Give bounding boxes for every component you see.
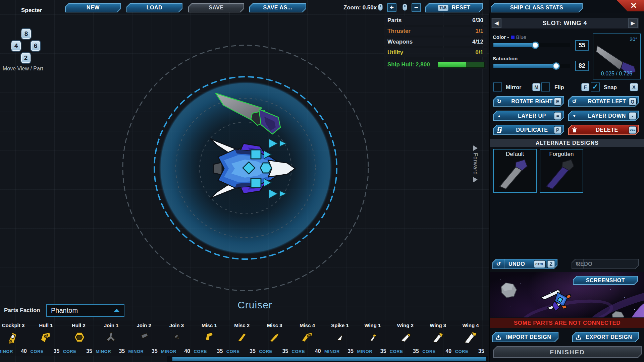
load-button[interactable]: LOAD: [126, 3, 182, 12]
color-slider[interactable]: [493, 43, 570, 47]
redo-button[interactable]: ↻ REDO: [572, 259, 639, 269]
part-name: Misc 2: [226, 322, 258, 328]
palette-part-cell[interactable]: Wing 1 MINOR 35: [356, 322, 389, 355]
design-canvas[interactable]: Specter NEW LOAD SAVE SAVE AS... Zoom: 0…: [0, 0, 489, 362]
new-button[interactable]: NEW: [65, 3, 121, 12]
hull-progress-fill: [438, 62, 466, 67]
undo-button[interactable]: ↺ UNDO CTRL Z: [492, 259, 557, 269]
color-swatch: [511, 35, 515, 40]
part-name: Hull 1: [30, 322, 62, 328]
part-cost: 35: [478, 348, 484, 354]
palette-part-cell[interactable]: Wing 2 CORE 35: [389, 322, 422, 355]
part-name: Wing 4: [454, 322, 487, 328]
duplicate-icon: [494, 125, 505, 134]
ship-screenshot-preview: SCREENSHOT: [490, 272, 644, 317]
rotate-right-key-icon: E: [554, 98, 561, 105]
color-value-box[interactable]: 55: [575, 40, 589, 51]
layer-up-button[interactable]: ▲ LAYER UP =: [493, 111, 564, 121]
part-type: MINOR: [96, 349, 111, 354]
save-as-button[interactable]: SAVE AS...: [249, 3, 306, 12]
prev-slot-button[interactable]: ◀: [492, 18, 501, 28]
rotate-right-button[interactable]: ↻ ROTATE RIGHT E: [493, 96, 564, 107]
mirror-checkbox[interactable]: [493, 82, 502, 92]
tab-key-icon: TAB: [438, 5, 448, 11]
warning-banner: SOME PARTS ARE NOT CONNECTED: [490, 318, 644, 328]
snap-key-icon: X: [630, 83, 638, 91]
chevron-up-icon: [114, 309, 120, 312]
color-slider-knob[interactable]: [532, 42, 539, 49]
palette-scrollbar-thumb[interactable]: [172, 357, 486, 361]
saturation-slider-knob[interactable]: [552, 62, 560, 70]
next-slot-button[interactable]: ▶: [628, 18, 638, 28]
ship-hull-row: Ship Hull: 2,800: [384, 60, 487, 69]
palette-part-cell[interactable]: Spike 1 MINOR 35: [324, 322, 356, 355]
forward-arrow-icon: [473, 145, 478, 151]
rotate-counterclockwise-icon: ↺: [569, 97, 580, 106]
zoom-in-button[interactable]: +: [387, 3, 396, 12]
snap-label: Snap: [604, 84, 617, 90]
palette-part-cell[interactable]: Misc 2 CORE 35: [226, 322, 258, 355]
palette-part-cell[interactable]: Join 3 MINOR 40: [160, 322, 193, 355]
part-cost: 40: [21, 348, 27, 354]
delete-button[interactable]: DELETE DEL: [568, 125, 639, 135]
palette-part-cell[interactable]: Join 1 MINOR 35: [95, 322, 127, 355]
part-name: Join 3: [160, 322, 193, 328]
ship-class-stats-button[interactable]: SHIP CLASS STATS: [491, 3, 583, 12]
parts-faction-dropdown[interactable]: Phantom: [46, 304, 124, 317]
part-type: CORE: [63, 349, 76, 354]
ship-stats-panel: Parts6/30 Thruster1/1 Weapons4/12 Utilit…: [384, 16, 487, 87]
part-name: Misc 4: [291, 322, 324, 328]
palette-part-cell[interactable]: Misc 4 CORE 40: [291, 322, 324, 355]
finished-button[interactable]: FINISHED: [493, 346, 642, 358]
import-design-button[interactable]: IMPORT DESIGN: [492, 332, 558, 342]
parts-faction-label: Parts Faction: [4, 307, 40, 314]
triangle-up-icon: ▲: [494, 111, 505, 120]
part-offset-value: 0.025 / 0.725: [593, 71, 640, 77]
part-icon: [365, 330, 380, 345]
palette-part-cell[interactable]: Hull 2 CORE 35: [62, 322, 95, 355]
alt-design-forgotten[interactable]: Forgotten: [540, 149, 583, 193]
palette-part-cell[interactable]: Cockpit 3 MINOR 40: [0, 322, 30, 355]
ctrl-key-icon: CTRL: [534, 260, 545, 268]
palette-part-cell[interactable]: Hull 1 CORE 35: [30, 322, 62, 355]
part-cost: 35: [380, 348, 386, 354]
saturation-value-box[interactable]: 82: [575, 61, 589, 71]
reset-view-button[interactable]: TAB RESET: [425, 3, 483, 12]
mirror-key-icon: M: [532, 83, 540, 91]
alt-design-default[interactable]: Default: [493, 149, 537, 193]
part-preview-box: 20° 0.025 / 0.725: [593, 34, 641, 79]
snap-checkbox[interactable]: ✓: [591, 82, 600, 92]
export-design-button[interactable]: EXPORT DESIGN: [572, 332, 639, 342]
part-type: CORE: [390, 349, 403, 354]
saturation-slider[interactable]: [493, 64, 570, 68]
screenshot-button[interactable]: SCREENSHOT: [573, 276, 638, 285]
layer-down-button[interactable]: ▼ LAYER DOWN -: [568, 111, 639, 121]
stars: [500, 279, 500, 280]
part-name: Cockpit 3: [0, 322, 30, 328]
part-icon: [6, 330, 20, 345]
layer-up-key-icon: =: [554, 112, 561, 120]
part-type: CORE: [259, 349, 272, 354]
part-icon: [234, 330, 249, 345]
palette-part-cell[interactable]: Wing 3 CORE 40: [422, 322, 454, 355]
zoom-out-button[interactable]: −: [412, 3, 421, 12]
palette-part-cell[interactable]: Join 2 MINOR 35: [128, 322, 160, 355]
part-type: MINOR: [324, 349, 340, 354]
alternate-designs-header: ALTERNATE DESIGNS: [490, 139, 644, 147]
part-icon: [104, 330, 118, 345]
zoom-level-label: Zoom: 0.50x: [343, 4, 377, 11]
flip-checkbox[interactable]: [541, 82, 550, 92]
save-button[interactable]: SAVE: [188, 3, 244, 12]
palette-part-cell[interactable]: Misc 1 CORE 35: [193, 322, 225, 355]
duplicate-button[interactable]: DUPLICATE P: [493, 125, 564, 135]
part-cost: 40: [315, 348, 321, 354]
palette-part-cell[interactable]: Misc 3 CORE 35: [258, 322, 291, 355]
part-name: Join 1: [95, 322, 127, 328]
part-type: CORE: [455, 349, 469, 354]
editor-side-panel: ◀ SLOT: WING 4 ▶ Color - Blue 55 Saturat…: [489, 13, 644, 362]
part-icon: [71, 330, 86, 345]
palette-part-cell[interactable]: Wing 4 CORE 35: [454, 322, 487, 355]
ship-class-label: Cruiser: [221, 299, 288, 311]
close-button[interactable]: ✕: [616, 0, 644, 11]
rotate-left-button[interactable]: ↺ ROTATE LEFT Q: [568, 96, 639, 107]
